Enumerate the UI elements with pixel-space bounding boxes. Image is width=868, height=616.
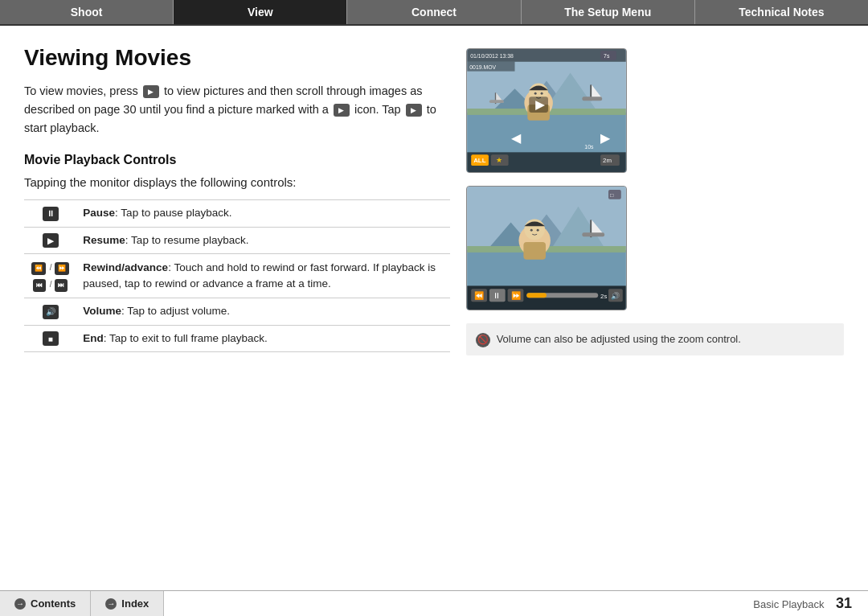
pause-button-icon: ⏸	[43, 207, 59, 221]
svg-rect-48	[523, 242, 546, 260]
end-icon-cell: ■	[24, 325, 76, 352]
volume-button-icon: 🔊	[43, 305, 59, 319]
right-column: 01/10/2012 13:38 7s 0019.MOV ALL ★ 2m ◀	[466, 45, 844, 355]
pause-label: Pause	[83, 207, 115, 219]
rewind-icon-cell: ⏪ / ⏩ ⏮ / ⏭	[24, 254, 76, 298]
volume-description: Volume: Tap to adjust volume.	[76, 298, 450, 326]
bottom-bar: → Contents → Index Basic Playback 31	[0, 590, 868, 616]
svg-text:⏸: ⏸	[493, 291, 501, 300]
resume-description: Resume: Tap to resume playback.	[76, 227, 450, 254]
svg-text:10s: 10s	[584, 144, 594, 150]
chapter-label: Basic Playback	[753, 598, 824, 610]
nav-view[interactable]: View	[174, 0, 347, 24]
rewind-button-icon: ⏪	[31, 262, 46, 275]
page-title: Viewing Movies	[24, 45, 450, 71]
nav-setup[interactable]: The Setup Menu	[522, 0, 695, 24]
nav-shoot[interactable]: Shoot	[0, 0, 174, 24]
contents-button[interactable]: → Contents	[0, 591, 91, 616]
resume-icon-cell: ▶	[24, 227, 76, 254]
svg-text:★: ★	[496, 156, 502, 164]
svg-point-14	[534, 92, 537, 95]
svg-text:2s: 2s	[600, 293, 607, 300]
svg-text:7s: 7s	[604, 53, 610, 59]
end-label: End	[83, 332, 104, 344]
main-content: Viewing Movies To view movies, press ▶ t…	[0, 26, 868, 388]
table-row: ⏸ Pause: Tap to pause playback.	[24, 200, 450, 228]
contents-label: Contents	[31, 598, 76, 610]
play-icon: ▶	[143, 85, 159, 98]
note-text: Volume can also be adjusted using the zo…	[497, 333, 741, 345]
controls-table: ⏸ Pause: Tap to pause playback. ▶ Resume…	[24, 199, 450, 352]
table-row: ⏪ / ⏩ ⏮ / ⏭ Rewind/advance: Touch and ho…	[24, 254, 450, 298]
camera-screen-1: 01/10/2012 13:38 7s 0019.MOV ALL ★ 2m ◀	[466, 48, 627, 173]
svg-text:⏪: ⏪	[474, 290, 485, 301]
svg-text:0019.MOV: 0019.MOV	[469, 64, 496, 70]
resume-button-icon: ▶	[43, 233, 59, 248]
svg-rect-59	[526, 293, 547, 298]
svg-text:01/10/2012  13:38: 01/10/2012 13:38	[470, 53, 514, 59]
section-intro: Tapping the monitor displays the followi…	[24, 174, 450, 192]
slash-separator: /	[50, 263, 55, 272]
nav-technical[interactable]: Technical Notes	[695, 0, 868, 24]
svg-point-47	[537, 229, 539, 232]
index-arrow-icon: →	[105, 598, 117, 610]
nav-technical-label: Technical Notes	[739, 6, 824, 18]
contents-arrow-icon: →	[14, 598, 26, 610]
rewind-description: Rewind/advance: Touch and hold to rewind…	[76, 254, 450, 298]
nav-view-label: View	[248, 6, 273, 18]
resume-desc: : Tap to resume playback.	[125, 234, 249, 246]
screen2-illustration: □ ⏪ ⏸ ⏩ 2s 🔊	[467, 187, 626, 310]
resume-label: Resume	[83, 234, 125, 246]
fwd-button-icon: ⏩	[55, 262, 69, 275]
index-label: Index	[121, 598, 149, 610]
tap-play-icon: ▶	[406, 104, 422, 117]
table-row: ■ End: Tap to exit to full frame playbac…	[24, 325, 450, 352]
section-title: Movie Playback Controls	[24, 153, 450, 167]
svg-point-46	[530, 229, 533, 232]
page-number: 31	[836, 595, 852, 611]
table-row: 🔊 Volume: Tap to adjust volume.	[24, 298, 450, 326]
footer-right: Basic Playback 31	[753, 595, 868, 612]
nav-shoot-label: Shoot	[71, 6, 103, 18]
top-nav: Shoot View Connect The Setup Menu Techni…	[0, 0, 868, 26]
end-button-icon: ■	[43, 331, 59, 346]
svg-text:◀: ◀	[511, 131, 522, 145]
pause-description: Pause: Tap to pause playback.	[76, 200, 450, 228]
volume-label: Volume	[83, 305, 121, 317]
svg-rect-8	[582, 97, 602, 101]
svg-text:🔊: 🔊	[611, 291, 620, 301]
nav-setup-label: The Setup Menu	[564, 6, 651, 18]
svg-text:⏩: ⏩	[511, 290, 522, 301]
slash2: /	[50, 280, 55, 289]
frame-back-icon: ⏮	[33, 279, 46, 292]
footer-left: → Contents → Index	[0, 591, 164, 616]
svg-point-15	[541, 92, 543, 95]
svg-text:ALL: ALL	[473, 157, 485, 164]
pause-desc: : Tap to pause playback.	[115, 207, 231, 219]
frame-fwd-icon: ⏭	[55, 279, 68, 292]
nav-connect[interactable]: Connect	[347, 0, 521, 24]
volume-icon-cell: 🔊	[24, 298, 76, 326]
note-icon: 🚫	[476, 333, 490, 347]
camera-screen-2: □ ⏪ ⏸ ⏩ 2s 🔊	[466, 186, 627, 310]
end-desc: : Tap to exit to full frame playback.	[104, 332, 268, 344]
movie-icon: ▶	[334, 104, 350, 117]
rewind-label: Rewind/advance	[83, 261, 168, 273]
svg-text:▶: ▶	[600, 131, 611, 145]
pause-icon-cell: ⏸	[24, 200, 76, 228]
svg-rect-11	[489, 100, 504, 103]
table-row: ▶ Resume: Tap to resume playback.	[24, 227, 450, 254]
screen1-illustration: 01/10/2012 13:38 7s 0019.MOV ALL ★ 2m ◀	[467, 49, 626, 172]
svg-rect-43	[582, 232, 604, 236]
svg-text:2m: 2m	[603, 157, 612, 164]
nav-connect-label: Connect	[411, 6, 457, 18]
note-box: 🚫 Volume can also be adjusted using the …	[466, 323, 844, 355]
index-button[interactable]: → Index	[91, 591, 164, 616]
volume-desc: : Tap to adjust volume.	[121, 305, 230, 317]
left-column: Viewing Movies To view movies, press ▶ t…	[24, 45, 450, 355]
intro-paragraph: To view movies, press ▶ to view pictures…	[24, 82, 450, 138]
end-description: End: Tap to exit to full frame playback.	[76, 325, 450, 352]
